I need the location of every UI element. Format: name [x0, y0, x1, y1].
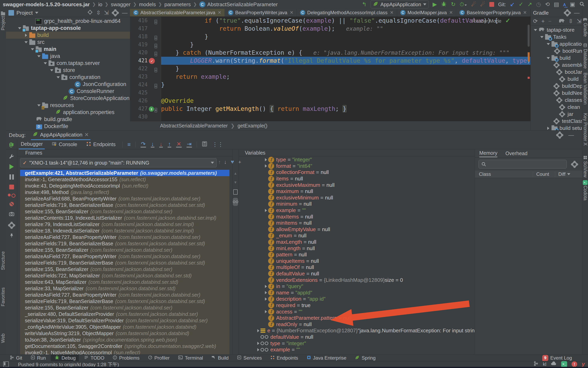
gutter-line[interactable]: 418– — [130, 33, 161, 41]
attach-memory-icon[interactable]: ☄ — [480, 1, 485, 8]
sidebar-item-gradle[interactable]: Gradle — [582, 17, 588, 37]
line-number[interactable]: 427 — [130, 106, 148, 112]
code-line[interactable]: } — [161, 65, 531, 73]
code-line[interactable] — [161, 113, 531, 121]
variable-row[interactable]: defaultValue=null — [239, 334, 475, 340]
code-line[interactable]: return example; — [161, 73, 531, 81]
stack-frame-row[interactable]: serializeContents:119, IndexedListSerial… — [20, 215, 229, 221]
sidebar-item-bean-validation[interactable]: Bean Validation — [582, 73, 588, 104]
stack-frame-row[interactable]: invoke:43, DelegatingMethodAccessorImpl(… — [20, 183, 229, 189]
stop-icon[interactable] — [489, 2, 494, 7]
collapse-all-icon[interactable]: ⇲ — [577, 18, 581, 25]
variable-row[interactable]: fminimum=null — [239, 201, 475, 207]
code-editor[interactable]: 416–417418–419–420–421✓422–423424–425426… — [130, 17, 531, 121]
variable-row[interactable]: fmaximum=null — [239, 188, 475, 195]
code-line[interactable]: } — [161, 41, 531, 49]
line-number[interactable]: 416 — [130, 18, 148, 23]
fold-collapse-icon[interactable]: – — [154, 36, 157, 40]
code-line[interactable]: public Integer getMaxLength() { return m… — [161, 105, 531, 113]
gradle-tree-item[interactable]: application — [531, 40, 582, 47]
gradle-tree-item[interactable]: taptap-store — [531, 27, 582, 34]
toolbar-item-build[interactable]: Build — [208, 355, 232, 361]
project-tree-item[interactable]: build — [6, 32, 130, 39]
line-number[interactable]: 422 — [130, 65, 148, 72]
breadcrumb-item[interactable]: io — [98, 1, 102, 8]
scroll-down-icon[interactable]: ▼ — [234, 180, 237, 184]
variable-row[interactable]: funiqueItems=null — [239, 258, 475, 264]
target-icon[interactable] — [87, 9, 93, 17]
variable-row[interactable]: fexample="" — [239, 207, 475, 214]
debug-tab-console[interactable]: Console — [49, 140, 79, 149]
close-icon[interactable]: ✕ — [390, 10, 393, 15]
chevron-right-icon[interactable] — [265, 297, 267, 301]
stack-frame-row[interactable]: serializeAsField:688, BeanPropertyWriter… — [20, 195, 229, 202]
translate-icon[interactable]: ᴀ̲ — [563, 1, 566, 8]
stack-frame-row[interactable]: serialize:155, BeanSerializer(com.faster… — [20, 208, 229, 215]
sidebar-item-sciview[interactable]: SciView — [582, 155, 588, 177]
fold-collapse-icon[interactable]: – — [154, 52, 157, 56]
chevron-right-icon[interactable] — [257, 329, 259, 332]
run-anything-icon[interactable]: ▣ — [570, 1, 575, 8]
scrollbar-thumb[interactable] — [528, 25, 530, 47]
editor-tab[interactable]: CDelegatingMethodAccessorImpl.class✕ — [297, 9, 397, 17]
gutter-line[interactable]: 416– — [130, 17, 161, 25]
pause-icon[interactable] — [9, 174, 14, 180]
back-navigation-icon[interactable]: ↰ — [362, 1, 366, 8]
code-line[interactable]: } — [161, 81, 531, 89]
toolbar-item-spring[interactable]: Spring — [351, 355, 379, 361]
editor-breadcrumb-item[interactable]: getExample() — [238, 123, 268, 129]
chevron-right-icon[interactable] — [265, 209, 267, 212]
variable-row[interactable]: fname="appId" — [239, 289, 475, 296]
gutter-line[interactable]: 430 — [130, 113, 161, 121]
layout-settings-icon[interactable]: ≡ — [127, 141, 131, 148]
shelve-icon[interactable]: ▤ — [554, 1, 559, 8]
variable-row[interactable]: faccess="" — [239, 308, 475, 315]
variable-row[interactable]: fmaxLength=null — [239, 239, 475, 245]
fold-collapse-icon[interactable]: – — [154, 44, 157, 48]
chevron-down-icon[interactable] — [37, 55, 40, 57]
line-number[interactable]: 425 — [130, 90, 148, 96]
gutter-line[interactable]: 420– — [130, 49, 161, 57]
step-out-icon[interactable]: ↑ — [168, 141, 171, 147]
gutter-line[interactable]: 424– — [130, 81, 161, 89]
view-breakpoints-icon[interactable] — [8, 194, 15, 198]
push-icon[interactable]: ↗ — [527, 1, 532, 8]
variable-row[interactable]: fmultipleOf=null — [239, 264, 475, 271]
project-tree-item[interactable]: Dockerfile — [6, 123, 130, 130]
stack-frame-row[interactable]: invoke0:-1, NativeMethodAccessorImpl(sun… — [20, 349, 229, 355]
notifications-icon[interactable]: ! — [571, 361, 577, 367]
chevron-down-icon[interactable] — [534, 29, 537, 31]
sidebar-item-key-promoter-x[interactable]: Key Promoter X — [582, 113, 588, 146]
gradle-tree-item[interactable]: testClasses — [531, 118, 582, 125]
chevron-down-icon[interactable] — [56, 76, 60, 78]
codota-icon[interactable]: >_ — [561, 361, 567, 367]
variable-row[interactable]: fitems=null — [239, 175, 475, 182]
memory-search-input[interactable] — [478, 160, 567, 169]
stack-frame-row[interactable]: serialize:33, MapSerializer(com.fasterxm… — [20, 285, 229, 292]
variable-row[interactable]: freadOnly=null — [239, 321, 475, 328]
editor-tab[interactable]: CBaseIntegerProperty.java✕ — [456, 9, 530, 17]
override-icon[interactable]: ↑ — [149, 106, 154, 112]
gradle-tree-item[interactable]: build — [531, 55, 582, 62]
youtrack-icon[interactable]: y — [582, 361, 585, 368]
stack-frame-row[interactable]: serialize:18, IndexedListSerializer(com.… — [20, 228, 229, 234]
project-tree-item[interactable]: taptap-app-console — [6, 25, 130, 32]
tool-window-toggle-icon[interactable] — [3, 361, 9, 367]
stack-frame-row[interactable]: writeValueAsString:3219, ObjectMapper(co… — [20, 330, 229, 337]
project-tree-item[interactable]: main — [6, 46, 130, 53]
frames-variables-splitter[interactable]: ▲ ▼ — [232, 149, 239, 355]
editor-tab[interactable]: CModelMapper.java✕ — [397, 9, 457, 17]
stack-frame-row[interactable]: serialize:155, BeanSerializer(com.faster… — [20, 304, 229, 311]
rerun-icon[interactable]: ⟳ — [9, 143, 14, 149]
stack-frame-row[interactable]: toJson:38, JsonSerializer(springfox.docu… — [20, 337, 229, 343]
sidebar-item-favorites[interactable]: Favorites — [0, 287, 6, 306]
branch-icon[interactable] — [533, 361, 539, 368]
sidebar-item-web[interactable]: Web — [0, 333, 6, 343]
toolbar-item-services[interactable]: Services — [233, 355, 265, 361]
variable-row[interactable]: ftype="integer" — [239, 156, 475, 163]
coverage-icon[interactable]: ↻ — [451, 1, 456, 8]
variable-row[interactable]: example="" — [239, 347, 475, 353]
gradle-tree-item[interactable]: build setup — [531, 125, 582, 130]
variable-row[interactable]: fcollectionFormat=null — [239, 169, 475, 175]
gradle-tree-item[interactable]: clean — [531, 104, 582, 111]
